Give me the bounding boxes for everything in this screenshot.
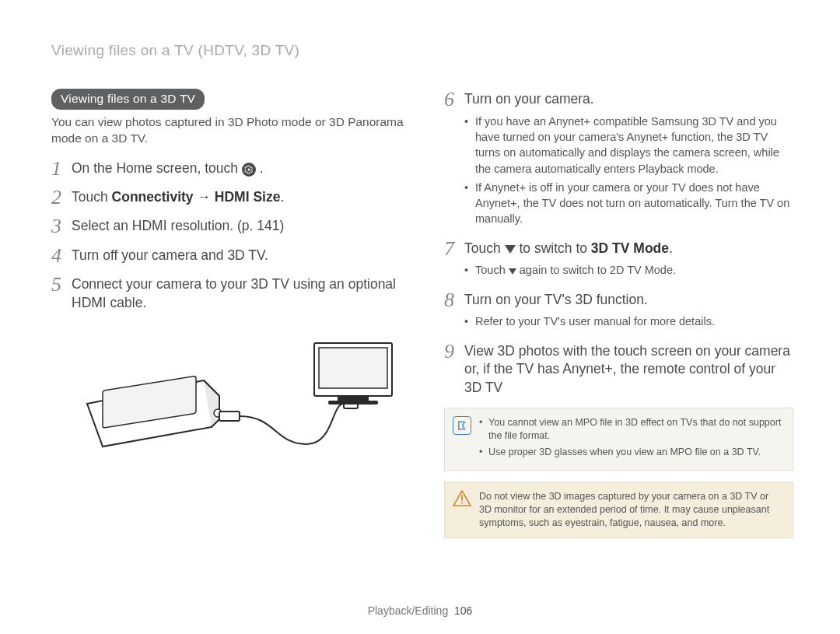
step-body: Select an HDMI resolution. (p. 141) [72,215,284,236]
step-body: Touch Connectivity → HDMI Size. [72,187,284,207]
step-body: View 3D photos with the touch screen on … [464,341,793,398]
intro-text: You can view photos captured in 3D Photo… [51,114,413,147]
note-box: You cannot view an MPO file in 3D effect… [444,408,793,471]
svg-rect-3 [219,412,240,421]
text: to switch to [519,240,590,256]
step-number: 5 [51,274,72,295]
text: . [669,240,673,256]
illustration-camera-to-tv [51,328,413,452]
step-body: Turn off your camera and 3D TV. [72,245,268,265]
note-item: You cannot view an MPO file in 3D effect… [479,416,783,443]
svg-rect-8 [338,396,369,401]
svg-rect-7 [319,348,387,388]
section-pill: Viewing files on a 3D TV [51,89,205,110]
bold: 2D TV Mode [610,264,673,276]
bold: HDMI Size [215,189,281,205]
warning-box: Do not view the 3D images captured by yo… [444,482,793,538]
step-7: 7 Touch to switch to 3D TV Mode. Touch [444,238,793,282]
steps-right: 6 Turn on your camera. If you have an An… [444,89,793,397]
breadcrumb: Viewing files on a TV (HDTV, 3D TV) [51,42,793,59]
svg-point-0 [247,168,250,170]
step-9: 9 View 3D photos with the touch screen o… [444,341,793,398]
step-number: 9 [444,341,464,362]
triangle-down-icon [505,245,516,254]
steps-left: 1 On the Home screen, touch . 2 Touch Co… [51,158,413,312]
text: On the Home screen, touch [72,160,242,176]
step-number: 2 [51,187,72,208]
text: . [260,160,264,176]
text: Touch [475,264,509,276]
step-number: 1 [51,158,72,179]
svg-point-12 [461,502,463,503]
step-number: 4 [51,245,72,266]
bold: 3D TV Mode [591,240,669,256]
page-footer: Playback/Editing 106 [0,604,840,617]
two-column-layout: Viewing files on a 3D TV You can view ph… [51,89,793,538]
step-body: On the Home screen, touch . [72,158,264,178]
settings-icon [242,163,256,177]
sub-item: If Anynet+ is off in your camera or your… [464,180,793,227]
step-body: Touch to switch to 3D TV Mode. [464,238,793,258]
step-8: 8 Turn on your TV's 3D function. Refer t… [444,289,793,333]
footer-section: Playback/Editing [368,604,449,617]
step-number: 7 [444,238,464,259]
column-right: 6 Turn on your camera. If you have an An… [444,89,793,538]
note-icon [453,416,471,435]
footer-page-number: 106 [454,604,472,617]
step-number: 6 [444,89,464,110]
text: again to switch to [520,264,610,276]
text: . [673,264,676,276]
arrow: → [194,189,215,205]
text: Touch [464,240,505,256]
sub-item: If you have an Anynet+ compatible Samsun… [464,114,793,177]
svg-rect-9 [328,401,378,405]
text: Touch [72,189,112,205]
step-3: 3 Select an HDMI resolution. (p. 141) [51,215,413,236]
step-number: 3 [51,215,72,236]
sub-item: Refer to your TV's user manual for more … [464,313,793,329]
step-body: Turn on your TV's 3D function. [464,289,793,310]
sub-item: Touch again to switch to 2D TV Mode. [464,262,793,278]
manual-page: Viewing files on a TV (HDTV, 3D TV) View… [0,0,840,634]
sub-list: Refer to your TV's user manual for more … [464,313,793,329]
step-body: Connect your camera to your 3D TV using … [72,274,413,312]
step-4: 4 Turn off your camera and 3D TV. [51,245,413,266]
step-6: 6 Turn on your camera. If you have an An… [444,89,793,230]
step-5: 5 Connect your camera to your 3D TV usin… [51,274,413,312]
column-left: Viewing files on a 3D TV You can view ph… [51,89,413,538]
note-item: Use proper 3D glasses when you view an M… [479,446,783,459]
warning-text: Do not view the 3D images captured by yo… [479,490,783,530]
text: . [280,189,284,205]
bold: Connectivity [112,189,194,205]
triangle-down-icon [509,268,516,275]
sub-list: Touch again to switch to 2D TV Mode. [464,262,793,278]
step-body: Turn on your camera. [464,89,793,109]
step-number: 8 [444,289,464,310]
step-2: 2 Touch Connectivity → HDMI Size. [51,187,413,208]
sub-list: If you have an Anynet+ compatible Samsun… [464,114,793,227]
step-1: 1 On the Home screen, touch . [51,158,413,179]
